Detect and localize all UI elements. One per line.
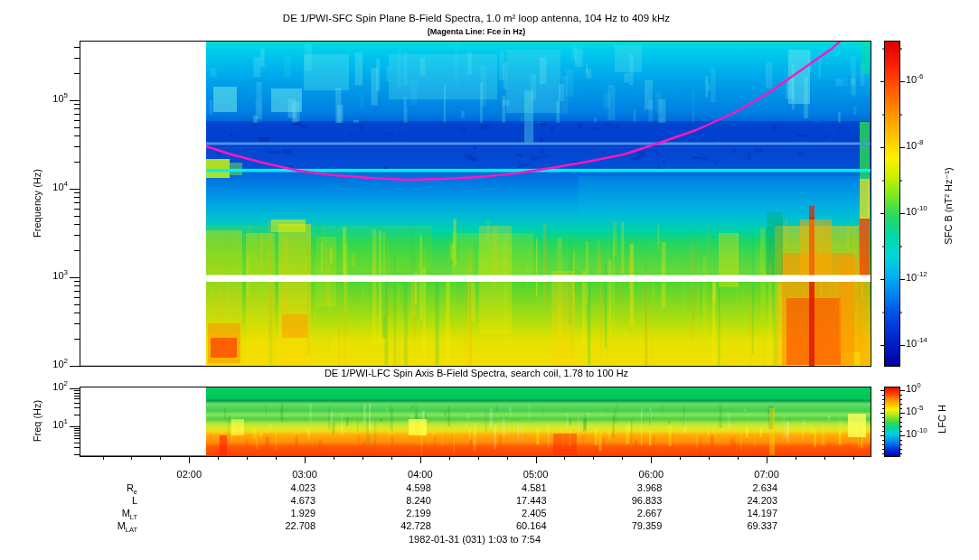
top-y-tick-label: 104 — [52, 182, 68, 192]
bottom-colorbar-tick-label: 10-10 — [906, 429, 927, 439]
eph-value: 4.673 — [291, 496, 316, 506]
time-tick-label: 07:00 — [754, 470, 779, 480]
time-tick-label: 05:00 — [523, 470, 549, 480]
eph-value: 4.023 — [291, 483, 316, 493]
time-tick-label: 02:00 — [177, 470, 202, 480]
eph-value: 2.199 — [406, 509, 431, 518]
bottom-y-tick-label: 102 — [52, 382, 68, 392]
eph-row-label-re: Re — [127, 483, 137, 493]
date-range-caption: 1982-01-31 (031) 1:03 to 7:54 — [409, 535, 541, 545]
bottom-colorbar-tick-label: 10-5 — [906, 406, 923, 416]
eph-value: 60.164 — [516, 521, 547, 531]
eph-value: 42.728 — [400, 521, 431, 531]
top-colorbar-tick-label: 10-8 — [906, 141, 923, 151]
spectrogram-canvas — [0, 0, 979, 560]
bottom-y-tick-label: 101 — [52, 420, 68, 430]
eph-value: 2.405 — [522, 509, 547, 518]
top-y-axis-label: Frequency (Hz) — [33, 169, 42, 238]
top-panel-title: DE 1/PWI-SFC Spin Plane B-Field Spectra,… — [283, 14, 670, 24]
eph-value: 8.240 — [406, 496, 431, 506]
eph-value: 69.337 — [747, 521, 777, 531]
time-tick-label: 06:00 — [639, 470, 664, 480]
top-colorbar-tick-label: 10-6 — [906, 75, 923, 85]
eph-row-label-mlat: MLAT — [118, 521, 137, 531]
eph-value: 2.667 — [637, 509, 663, 518]
top-panel-subtitle: (Magenta Line: Fce in Hz) — [428, 28, 526, 36]
eph-row-label-l: L — [132, 496, 137, 506]
eph-value: 17.443 — [516, 496, 547, 506]
top-y-tick-label: 102 — [52, 359, 68, 369]
bottom-colorbar-label: LFC H — [937, 405, 947, 434]
top-colorbar-tick-label: 10-14 — [906, 339, 927, 349]
time-tick-label: 03:00 — [292, 470, 317, 480]
eph-row-label-mlt: MLT — [122, 509, 137, 518]
spectrogram-figure: DE 1/PWI-SFC Spin Plane B-Field Spectra,… — [0, 0, 979, 560]
top-y-tick-label: 105 — [52, 94, 68, 104]
time-tick-label: 04:00 — [408, 470, 433, 480]
eph-value: 14.197 — [747, 509, 777, 518]
top-colorbar-tick-label: 10-10 — [906, 207, 927, 217]
bottom-y-axis-label: Freq (Hz) — [33, 400, 42, 442]
eph-value: 1.929 — [291, 509, 316, 518]
eph-value: 4.581 — [522, 483, 547, 493]
eph-value: 3.968 — [637, 483, 663, 493]
top-colorbar-label: SFC B (nT² Hz⁻¹) — [944, 167, 954, 244]
bottom-panel-title: DE 1/PWI-LFC Spin Axis B-Field Spectra, … — [325, 369, 628, 378]
eph-value: 79.359 — [632, 521, 663, 531]
bottom-colorbar-tick-label: 100 — [906, 384, 921, 394]
eph-value: 4.598 — [406, 483, 431, 493]
eph-value: 22.708 — [285, 521, 315, 531]
top-colorbar-tick-label: 10-12 — [906, 273, 927, 283]
top-y-tick-label: 103 — [52, 271, 68, 281]
eph-value: 96.833 — [632, 496, 663, 506]
eph-value: 24.203 — [747, 496, 777, 506]
eph-value: 2.634 — [753, 483, 778, 493]
